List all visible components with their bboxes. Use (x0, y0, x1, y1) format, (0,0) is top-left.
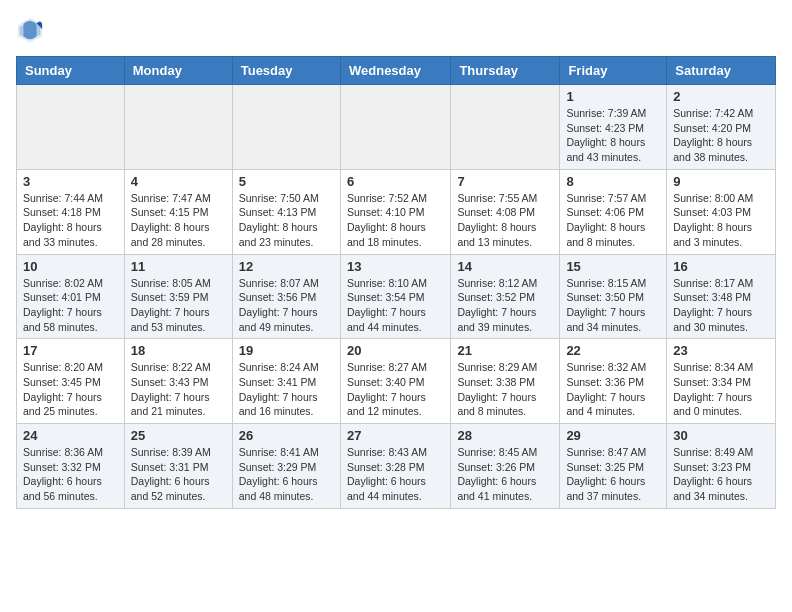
day-number: 17 (23, 343, 118, 358)
day-info: Sunrise: 8:24 AM Sunset: 3:41 PM Dayligh… (239, 360, 334, 419)
day-info: Sunrise: 7:42 AM Sunset: 4:20 PM Dayligh… (673, 106, 769, 165)
day-of-week-header: Sunday (17, 57, 125, 85)
calendar-week-row: 3Sunrise: 7:44 AM Sunset: 4:18 PM Daylig… (17, 169, 776, 254)
day-number: 4 (131, 174, 226, 189)
day-info: Sunrise: 7:55 AM Sunset: 4:08 PM Dayligh… (457, 191, 553, 250)
page-header (16, 16, 776, 44)
day-info: Sunrise: 8:29 AM Sunset: 3:38 PM Dayligh… (457, 360, 553, 419)
calendar-header-row: SundayMondayTuesdayWednesdayThursdayFrid… (17, 57, 776, 85)
calendar-day-cell: 6Sunrise: 7:52 AM Sunset: 4:10 PM Daylig… (340, 169, 450, 254)
day-number: 22 (566, 343, 660, 358)
day-info: Sunrise: 7:57 AM Sunset: 4:06 PM Dayligh… (566, 191, 660, 250)
day-info: Sunrise: 7:47 AM Sunset: 4:15 PM Dayligh… (131, 191, 226, 250)
calendar-day-cell: 21Sunrise: 8:29 AM Sunset: 3:38 PM Dayli… (451, 339, 560, 424)
day-of-week-header: Thursday (451, 57, 560, 85)
day-number: 8 (566, 174, 660, 189)
logo-icon (16, 16, 44, 44)
day-number: 1 (566, 89, 660, 104)
logo (16, 16, 48, 44)
calendar-day-cell (124, 85, 232, 170)
calendar-day-cell: 20Sunrise: 8:27 AM Sunset: 3:40 PM Dayli… (340, 339, 450, 424)
calendar-day-cell: 11Sunrise: 8:05 AM Sunset: 3:59 PM Dayli… (124, 254, 232, 339)
day-info: Sunrise: 8:36 AM Sunset: 3:32 PM Dayligh… (23, 445, 118, 504)
day-number: 2 (673, 89, 769, 104)
day-info: Sunrise: 7:44 AM Sunset: 4:18 PM Dayligh… (23, 191, 118, 250)
calendar-day-cell: 8Sunrise: 7:57 AM Sunset: 4:06 PM Daylig… (560, 169, 667, 254)
day-info: Sunrise: 8:34 AM Sunset: 3:34 PM Dayligh… (673, 360, 769, 419)
day-number: 23 (673, 343, 769, 358)
day-number: 18 (131, 343, 226, 358)
calendar-day-cell: 4Sunrise: 7:47 AM Sunset: 4:15 PM Daylig… (124, 169, 232, 254)
day-info: Sunrise: 8:41 AM Sunset: 3:29 PM Dayligh… (239, 445, 334, 504)
day-info: Sunrise: 8:05 AM Sunset: 3:59 PM Dayligh… (131, 276, 226, 335)
calendar-day-cell: 25Sunrise: 8:39 AM Sunset: 3:31 PM Dayli… (124, 424, 232, 509)
day-info: Sunrise: 8:47 AM Sunset: 3:25 PM Dayligh… (566, 445, 660, 504)
day-number: 21 (457, 343, 553, 358)
calendar-day-cell: 22Sunrise: 8:32 AM Sunset: 3:36 PM Dayli… (560, 339, 667, 424)
day-info: Sunrise: 8:12 AM Sunset: 3:52 PM Dayligh… (457, 276, 553, 335)
day-info: Sunrise: 8:10 AM Sunset: 3:54 PM Dayligh… (347, 276, 444, 335)
day-number: 7 (457, 174, 553, 189)
calendar-day-cell: 28Sunrise: 8:45 AM Sunset: 3:26 PM Dayli… (451, 424, 560, 509)
day-number: 28 (457, 428, 553, 443)
day-number: 13 (347, 259, 444, 274)
day-number: 30 (673, 428, 769, 443)
calendar-day-cell: 1Sunrise: 7:39 AM Sunset: 4:23 PM Daylig… (560, 85, 667, 170)
day-info: Sunrise: 8:45 AM Sunset: 3:26 PM Dayligh… (457, 445, 553, 504)
calendar-day-cell: 16Sunrise: 8:17 AM Sunset: 3:48 PM Dayli… (667, 254, 776, 339)
calendar-day-cell: 23Sunrise: 8:34 AM Sunset: 3:34 PM Dayli… (667, 339, 776, 424)
calendar-day-cell (17, 85, 125, 170)
day-number: 20 (347, 343, 444, 358)
day-number: 25 (131, 428, 226, 443)
calendar-day-cell: 2Sunrise: 7:42 AM Sunset: 4:20 PM Daylig… (667, 85, 776, 170)
day-of-week-header: Monday (124, 57, 232, 85)
day-info: Sunrise: 7:52 AM Sunset: 4:10 PM Dayligh… (347, 191, 444, 250)
day-number: 12 (239, 259, 334, 274)
day-info: Sunrise: 7:50 AM Sunset: 4:13 PM Dayligh… (239, 191, 334, 250)
day-number: 27 (347, 428, 444, 443)
calendar-day-cell (232, 85, 340, 170)
day-number: 6 (347, 174, 444, 189)
day-info: Sunrise: 8:20 AM Sunset: 3:45 PM Dayligh… (23, 360, 118, 419)
day-number: 10 (23, 259, 118, 274)
day-number: 15 (566, 259, 660, 274)
day-number: 24 (23, 428, 118, 443)
day-of-week-header: Friday (560, 57, 667, 85)
day-info: Sunrise: 7:39 AM Sunset: 4:23 PM Dayligh… (566, 106, 660, 165)
day-info: Sunrise: 8:49 AM Sunset: 3:23 PM Dayligh… (673, 445, 769, 504)
calendar-day-cell (340, 85, 450, 170)
day-number: 14 (457, 259, 553, 274)
calendar-day-cell: 24Sunrise: 8:36 AM Sunset: 3:32 PM Dayli… (17, 424, 125, 509)
calendar-day-cell: 29Sunrise: 8:47 AM Sunset: 3:25 PM Dayli… (560, 424, 667, 509)
calendar-day-cell: 19Sunrise: 8:24 AM Sunset: 3:41 PM Dayli… (232, 339, 340, 424)
calendar-day-cell: 13Sunrise: 8:10 AM Sunset: 3:54 PM Dayli… (340, 254, 450, 339)
day-info: Sunrise: 8:02 AM Sunset: 4:01 PM Dayligh… (23, 276, 118, 335)
calendar-day-cell (451, 85, 560, 170)
calendar-week-row: 10Sunrise: 8:02 AM Sunset: 4:01 PM Dayli… (17, 254, 776, 339)
day-info: Sunrise: 8:00 AM Sunset: 4:03 PM Dayligh… (673, 191, 769, 250)
calendar-week-row: 1Sunrise: 7:39 AM Sunset: 4:23 PM Daylig… (17, 85, 776, 170)
day-number: 5 (239, 174, 334, 189)
day-info: Sunrise: 8:22 AM Sunset: 3:43 PM Dayligh… (131, 360, 226, 419)
day-info: Sunrise: 8:17 AM Sunset: 3:48 PM Dayligh… (673, 276, 769, 335)
calendar-day-cell: 14Sunrise: 8:12 AM Sunset: 3:52 PM Dayli… (451, 254, 560, 339)
calendar-week-row: 24Sunrise: 8:36 AM Sunset: 3:32 PM Dayli… (17, 424, 776, 509)
calendar-day-cell: 18Sunrise: 8:22 AM Sunset: 3:43 PM Dayli… (124, 339, 232, 424)
day-info: Sunrise: 8:07 AM Sunset: 3:56 PM Dayligh… (239, 276, 334, 335)
day-number: 26 (239, 428, 334, 443)
calendar-day-cell: 15Sunrise: 8:15 AM Sunset: 3:50 PM Dayli… (560, 254, 667, 339)
day-info: Sunrise: 8:32 AM Sunset: 3:36 PM Dayligh… (566, 360, 660, 419)
calendar-day-cell: 7Sunrise: 7:55 AM Sunset: 4:08 PM Daylig… (451, 169, 560, 254)
calendar-day-cell: 9Sunrise: 8:00 AM Sunset: 4:03 PM Daylig… (667, 169, 776, 254)
calendar-day-cell: 12Sunrise: 8:07 AM Sunset: 3:56 PM Dayli… (232, 254, 340, 339)
calendar-day-cell: 30Sunrise: 8:49 AM Sunset: 3:23 PM Dayli… (667, 424, 776, 509)
calendar-day-cell: 27Sunrise: 8:43 AM Sunset: 3:28 PM Dayli… (340, 424, 450, 509)
day-of-week-header: Saturday (667, 57, 776, 85)
day-number: 19 (239, 343, 334, 358)
day-number: 9 (673, 174, 769, 189)
day-info: Sunrise: 8:43 AM Sunset: 3:28 PM Dayligh… (347, 445, 444, 504)
day-of-week-header: Tuesday (232, 57, 340, 85)
day-of-week-header: Wednesday (340, 57, 450, 85)
calendar: SundayMondayTuesdayWednesdayThursdayFrid… (16, 56, 776, 509)
day-number: 3 (23, 174, 118, 189)
